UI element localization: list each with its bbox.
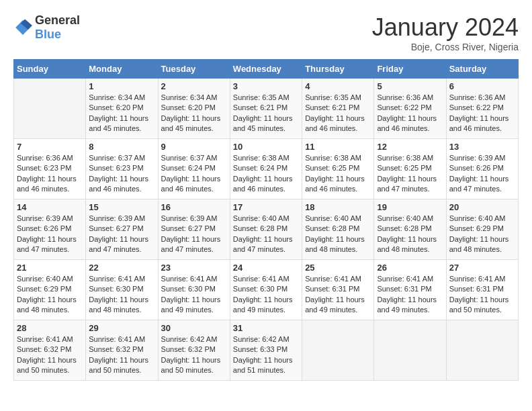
calendar-cell: 1Sunrise: 6:34 AMSunset: 6:20 PMDaylight… [86,79,158,139]
calendar-header: SundayMondayTuesdayWednesdayThursdayFrid… [14,60,519,79]
logo-icon [13,18,32,37]
header-day: Friday [374,60,446,79]
day-number: 5 [377,81,443,91]
day-number: 21 [17,263,83,273]
day-info: Sunrise: 6:38 AMSunset: 6:24 PMDaylight:… [233,153,299,195]
day-info: Sunrise: 6:42 AMSunset: 6:33 PMDaylight:… [233,334,299,376]
day-number: 28 [17,323,83,333]
calendar-cell: 25Sunrise: 6:41 AMSunset: 6:31 PMDayligh… [302,260,374,320]
day-info: Sunrise: 6:37 AMSunset: 6:23 PMDaylight:… [89,153,154,195]
calendar-week: 1Sunrise: 6:34 AMSunset: 6:20 PMDaylight… [14,79,519,139]
day-info: Sunrise: 6:36 AMSunset: 6:22 PMDaylight:… [449,93,515,134]
day-info: Sunrise: 6:36 AMSunset: 6:22 PMDaylight:… [377,93,443,134]
day-number: 18 [305,202,371,212]
title-block: January 2024 Boje, Cross River, Nigeria [372,13,519,52]
calendar-cell: 31Sunrise: 6:42 AMSunset: 6:33 PMDayligh… [230,320,302,381]
calendar-cell [446,320,518,381]
calendar-cell: 11Sunrise: 6:38 AMSunset: 6:25 PMDayligh… [302,139,374,199]
calendar-cell: 5Sunrise: 6:36 AMSunset: 6:22 PMDaylight… [374,79,446,139]
calendar-cell: 26Sunrise: 6:41 AMSunset: 6:31 PMDayligh… [374,260,446,320]
calendar-cell [302,320,374,381]
calendar-cell: 22Sunrise: 6:41 AMSunset: 6:30 PMDayligh… [86,260,158,320]
header-day: Wednesday [230,60,302,79]
day-number: 30 [161,323,227,333]
day-info: Sunrise: 6:41 AMSunset: 6:32 PMDaylight:… [89,334,154,376]
month-title: January 2024 [372,13,519,42]
day-info: Sunrise: 6:41 AMSunset: 6:31 PMDaylight:… [305,274,371,316]
calendar-cell: 17Sunrise: 6:40 AMSunset: 6:28 PMDayligh… [230,199,302,260]
day-number: 27 [449,263,515,273]
day-number: 12 [377,142,443,152]
calendar-cell: 20Sunrise: 6:40 AMSunset: 6:29 PMDayligh… [446,199,518,260]
day-info: Sunrise: 6:39 AMSunset: 6:27 PMDaylight:… [89,214,154,255]
page-header: General Blue January 2024 Boje, Cross Ri… [13,13,519,52]
calendar-week: 14Sunrise: 6:39 AMSunset: 6:26 PMDayligh… [14,199,519,260]
day-info: Sunrise: 6:40 AMSunset: 6:28 PMDaylight:… [305,214,371,255]
day-number: 8 [89,142,154,152]
day-info: Sunrise: 6:39 AMSunset: 6:26 PMDaylight:… [17,214,83,255]
calendar-cell: 9Sunrise: 6:37 AMSunset: 6:24 PMDaylight… [158,139,230,199]
calendar-cell: 3Sunrise: 6:35 AMSunset: 6:21 PMDaylight… [230,79,302,139]
day-number: 26 [377,263,443,273]
day-number: 20 [449,202,515,212]
day-info: Sunrise: 6:41 AMSunset: 6:30 PMDaylight:… [161,274,227,316]
day-number: 24 [233,263,299,273]
day-info: Sunrise: 6:34 AMSunset: 6:20 PMDaylight:… [89,93,154,134]
calendar-cell: 2Sunrise: 6:34 AMSunset: 6:20 PMDaylight… [158,79,230,139]
day-number: 17 [233,202,299,212]
calendar-cell: 19Sunrise: 6:40 AMSunset: 6:28 PMDayligh… [374,199,446,260]
calendar-cell [14,79,86,139]
logo-general: General [35,13,80,27]
calendar-cell: 21Sunrise: 6:40 AMSunset: 6:29 PMDayligh… [14,260,86,320]
day-number: 25 [305,263,371,273]
day-info: Sunrise: 6:40 AMSunset: 6:29 PMDaylight:… [17,274,83,316]
day-info: Sunrise: 6:42 AMSunset: 6:32 PMDaylight:… [161,334,227,376]
calendar-cell: 4Sunrise: 6:35 AMSunset: 6:21 PMDaylight… [302,79,374,139]
header-day: Saturday [446,60,518,79]
day-number: 4 [305,81,371,91]
day-info: Sunrise: 6:39 AMSunset: 6:26 PMDaylight:… [449,153,515,195]
day-number: 16 [161,202,227,212]
header-day: Monday [86,60,158,79]
calendar-cell: 18Sunrise: 6:40 AMSunset: 6:28 PMDayligh… [302,199,374,260]
day-number: 29 [89,323,154,333]
day-info: Sunrise: 6:41 AMSunset: 6:30 PMDaylight:… [89,274,154,316]
calendar-cell: 8Sunrise: 6:37 AMSunset: 6:23 PMDaylight… [86,139,158,199]
day-info: Sunrise: 6:35 AMSunset: 6:21 PMDaylight:… [233,93,299,134]
day-number: 3 [233,81,299,91]
day-info: Sunrise: 6:38 AMSunset: 6:25 PMDaylight:… [305,153,371,195]
calendar-cell: 23Sunrise: 6:41 AMSunset: 6:30 PMDayligh… [158,260,230,320]
calendar-cell: 30Sunrise: 6:42 AMSunset: 6:32 PMDayligh… [158,320,230,381]
day-number: 15 [89,202,154,212]
day-number: 31 [233,323,299,333]
calendar-cell: 13Sunrise: 6:39 AMSunset: 6:26 PMDayligh… [446,139,518,199]
day-number: 14 [17,202,83,212]
day-number: 13 [449,142,515,152]
location: Boje, Cross River, Nigeria [372,42,519,52]
logo: General Blue [13,13,80,42]
header-day: Tuesday [158,60,230,79]
calendar-cell: 15Sunrise: 6:39 AMSunset: 6:27 PMDayligh… [86,199,158,260]
calendar-cell: 10Sunrise: 6:38 AMSunset: 6:24 PMDayligh… [230,139,302,199]
calendar-week: 21Sunrise: 6:40 AMSunset: 6:29 PMDayligh… [14,260,519,320]
day-number: 22 [89,263,154,273]
day-number: 19 [377,202,443,212]
header-day: Sunday [14,60,86,79]
calendar-cell: 14Sunrise: 6:39 AMSunset: 6:26 PMDayligh… [14,199,86,260]
calendar-cell: 28Sunrise: 6:41 AMSunset: 6:32 PMDayligh… [14,320,86,381]
calendar-cell: 6Sunrise: 6:36 AMSunset: 6:22 PMDaylight… [446,79,518,139]
day-info: Sunrise: 6:35 AMSunset: 6:21 PMDaylight:… [305,93,371,134]
calendar-cell: 27Sunrise: 6:41 AMSunset: 6:31 PMDayligh… [446,260,518,320]
day-info: Sunrise: 6:40 AMSunset: 6:28 PMDaylight:… [233,214,299,255]
calendar-cell: 7Sunrise: 6:36 AMSunset: 6:23 PMDaylight… [14,139,86,199]
calendar-cell: 29Sunrise: 6:41 AMSunset: 6:32 PMDayligh… [86,320,158,381]
day-info: Sunrise: 6:36 AMSunset: 6:23 PMDaylight:… [17,153,83,195]
day-number: 2 [161,81,227,91]
day-info: Sunrise: 6:41 AMSunset: 6:32 PMDaylight:… [17,334,83,376]
day-info: Sunrise: 6:37 AMSunset: 6:24 PMDaylight:… [161,153,227,195]
calendar-cell: 12Sunrise: 6:38 AMSunset: 6:25 PMDayligh… [374,139,446,199]
day-info: Sunrise: 6:41 AMSunset: 6:31 PMDaylight:… [377,274,443,316]
day-info: Sunrise: 6:34 AMSunset: 6:20 PMDaylight:… [161,93,227,134]
day-number: 1 [89,81,154,91]
calendar-body: 1Sunrise: 6:34 AMSunset: 6:20 PMDaylight… [14,79,519,381]
